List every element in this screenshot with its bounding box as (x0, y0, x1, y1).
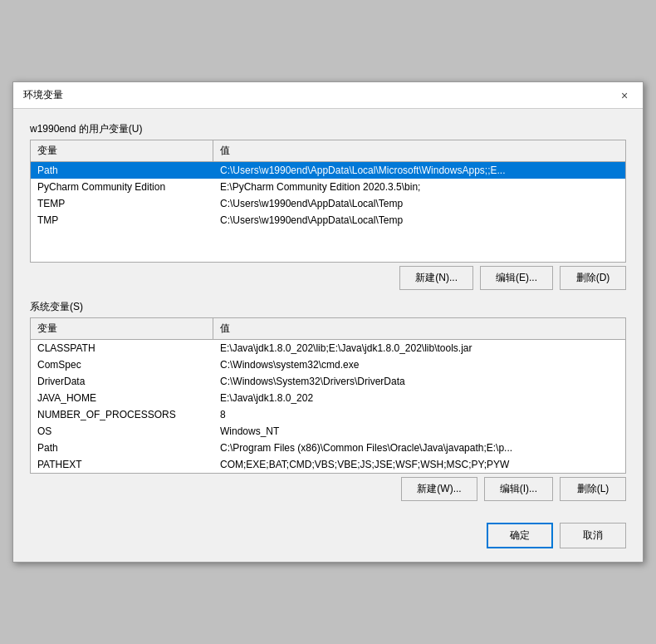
table-row[interactable]: Path C:\Program Files (x86)\Common Files… (31, 440, 625, 456)
cell-var: Path (31, 162, 213, 179)
table-row[interactable]: OS Windows_NT (31, 423, 625, 440)
cell-var: OS (31, 423, 213, 440)
user-variables-table: 变量 值 Path C:\Users\w1990end\AppData\Loca… (30, 140, 626, 263)
cell-var: PyCharm Community Edition (31, 179, 213, 195)
sys-edit-button[interactable]: 编辑(I)... (484, 477, 553, 501)
user-edit-button[interactable]: 编辑(E)... (480, 266, 553, 290)
cell-val: C:\Users\w1990end\AppData\Local\Microsof… (213, 162, 625, 179)
cell-var: TMP (31, 212, 213, 229)
cell-val: COM;EXE;BAT;CMD;VBS;VBE;JS;JSE;WSF;WSH;M… (213, 456, 625, 473)
sys-delete-button[interactable]: 删除(L) (560, 477, 626, 501)
table-row[interactable]: NUMBER_OF_PROCESSORS 8 (31, 406, 625, 423)
user-buttons-row: 新建(N)... 编辑(E)... 删除(D) (30, 266, 626, 290)
sys-table-body: CLASSPATH E:\Java\jdk1.8.0_202\lib;E:\Ja… (31, 340, 625, 473)
sys-section-label: 系统变量(S) (30, 300, 626, 314)
dialog-title: 环境变量 (23, 88, 63, 102)
cell-val: C:\Users\w1990end\AppData\Local\Temp (213, 212, 625, 229)
table-row[interactable]: DriverData C:\Windows\System32\Drivers\D… (31, 373, 625, 390)
sys-new-button[interactable]: 新建(W)... (401, 477, 477, 501)
environment-variables-dialog: 环境变量 × w1990end 的用户变量(U) 变量 值 Path C:\Us… (12, 81, 644, 563)
sys-col-val: 值 (213, 318, 625, 339)
cancel-button[interactable]: 取消 (560, 523, 626, 548)
table-row[interactable]: PyCharm Community Edition E:\PyCharm Com… (31, 179, 625, 195)
dialog-content: w1990end 的用户变量(U) 变量 值 Path C:\Users\w19… (13, 109, 643, 514)
cell-val: C:\Windows\System32\Drivers\DriverData (213, 373, 625, 390)
user-delete-button[interactable]: 删除(D) (560, 266, 626, 290)
cell-val: 8 (213, 406, 625, 423)
cell-val: C:\Users\w1990end\AppData\Local\Temp (213, 195, 625, 212)
cell-var: Path (31, 440, 213, 456)
sys-table-header: 变量 值 (31, 318, 625, 340)
close-button[interactable]: × (616, 87, 633, 104)
sys-variables-section: 系统变量(S) 变量 值 CLASSPATH E:\Java\jdk1.8.0_… (30, 300, 626, 501)
cell-var: CLASSPATH (31, 340, 213, 356)
user-col-var: 变量 (31, 140, 213, 161)
user-new-button[interactable]: 新建(N)... (399, 266, 473, 290)
table-row[interactable]: Path C:\Users\w1990end\AppData\Local\Mic… (31, 162, 625, 179)
cell-val: E:\Java\jdk1.8.0_202\lib;E:\Java\jdk1.8.… (213, 340, 625, 356)
cell-val: C:\Windows\system32\cmd.exe (213, 356, 625, 373)
cell-val: E:\Java\jdk1.8.0_202 (213, 390, 625, 406)
cell-val: C:\Program Files (x86)\Common Files\Orac… (213, 440, 625, 456)
sys-buttons-row: 新建(W)... 编辑(I)... 删除(L) (30, 477, 626, 501)
footer-buttons: 确定 取消 (13, 514, 643, 562)
table-row[interactable]: TEMP C:\Users\w1990end\AppData\Local\Tem… (31, 195, 625, 212)
user-variables-section: w1990end 的用户变量(U) 变量 值 Path C:\Users\w19… (30, 122, 626, 290)
user-table-body: Path C:\Users\w1990end\AppData\Local\Mic… (31, 162, 625, 262)
cell-var: PATHEXT (31, 456, 213, 473)
table-row[interactable]: CLASSPATH E:\Java\jdk1.8.0_202\lib;E:\Ja… (31, 340, 625, 356)
sys-col-var: 变量 (31, 318, 213, 339)
cell-var: DriverData (31, 373, 213, 390)
table-row[interactable]: TMP C:\Users\w1990end\AppData\Local\Temp (31, 212, 625, 229)
user-section-label: w1990end 的用户变量(U) (30, 122, 626, 136)
cell-var: JAVA_HOME (31, 390, 213, 406)
cell-var: NUMBER_OF_PROCESSORS (31, 406, 213, 423)
cell-val: E:\PyCharm Community Edition 2020.3.5\bi… (213, 179, 625, 195)
sys-variables-table: 变量 值 CLASSPATH E:\Java\jdk1.8.0_202\lib;… (30, 317, 626, 474)
cell-var: ComSpec (31, 356, 213, 373)
user-col-val: 值 (213, 140, 625, 161)
cell-val: Windows_NT (213, 423, 625, 440)
table-row[interactable]: JAVA_HOME E:\Java\jdk1.8.0_202 (31, 390, 625, 406)
ok-button[interactable]: 确定 (487, 523, 553, 548)
title-bar: 环境变量 × (13, 82, 643, 109)
user-table-header: 变量 值 (31, 140, 625, 162)
table-row[interactable]: ComSpec C:\Windows\system32\cmd.exe (31, 356, 625, 373)
cell-var: TEMP (31, 195, 213, 212)
table-row[interactable]: PATHEXT COM;EXE;BAT;CMD;VBS;VBE;JS;JSE;W… (31, 456, 625, 473)
